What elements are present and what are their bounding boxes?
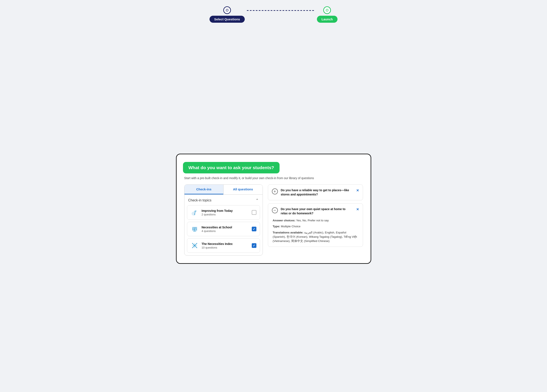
chevron-up-icon[interactable]: ⌃ — [256, 198, 259, 203]
left-panel: Check-ins All questions Check-in topics … — [184, 184, 263, 256]
subtitle: Start with a pre-built check-in and modi… — [184, 176, 363, 180]
checkin-count-necessities: 10 questions — [202, 246, 249, 249]
cross-icon — [191, 242, 199, 250]
tab-checkins[interactable]: Check-ins — [185, 185, 224, 194]
close-question-btn-1[interactable]: ✕ — [356, 189, 359, 192]
checkbox-school[interactable]: ✓ — [252, 227, 256, 231]
right-panel: + Do you have a reliable way to get to p… — [268, 184, 363, 256]
type-row: Type: Multiple Choice — [273, 224, 359, 229]
checkin-count-improving: 2 questions — [202, 213, 249, 216]
question-card-2: − Do you have your own quiet space at ho… — [268, 203, 363, 247]
close-question-btn-2[interactable]: ✕ — [356, 207, 359, 211]
tab-all-questions[interactable]: All questions — [223, 185, 263, 194]
checkin-title-improving: Improving from Today — [202, 209, 249, 212]
step1-label[interactable]: Select Questions — [210, 16, 245, 23]
answer-choices-row: Answer choices: Yes, No, Prefer not to s… — [273, 218, 359, 223]
checkin-item-improving[interactable]: Improving from Today 2 questions — [187, 205, 260, 220]
checkin-item-school[interactable]: Necessities at School 4 questions ✓ — [187, 222, 260, 236]
remove-question-btn[interactable]: − — [272, 207, 278, 213]
section-header: Check-in topics ⌃ — [185, 195, 263, 205]
checkbox-improving[interactable] — [252, 210, 256, 215]
section-title: Check-in topics — [188, 198, 212, 202]
checkin-info-school: Necessities at School 4 questions — [202, 226, 249, 233]
question-text-2: Do you have your own quiet space at home… — [281, 207, 353, 216]
checkin-info-improving: Improving from Today 2 questions — [202, 209, 249, 216]
checkin-title-school: Necessities at School — [202, 226, 249, 229]
question-details: Answer choices: Yes, No, Prefer not to s… — [272, 218, 359, 243]
checkin-title-necessities: The Necessities Index — [202, 242, 249, 246]
sprout-icon — [191, 209, 199, 216]
checkin-count-school: 4 questions — [202, 230, 249, 233]
answer-choices-value: Yes, No, Prefer not to say — [296, 219, 328, 222]
step-connector — [247, 10, 315, 11]
checkin-item-necessities[interactable]: The Necessities Index 10 questions ✓ — [187, 238, 260, 253]
checkin-info-necessities: The Necessities Index 10 questions — [202, 242, 249, 249]
translations-row: Translations available: العربية (Arabic)… — [273, 230, 359, 243]
main-card: What do you want to ask your students? S… — [176, 154, 371, 264]
school-icon — [191, 225, 199, 233]
step1-circle — [223, 6, 231, 14]
question-text-1: Do you have a reliable way to get to pla… — [281, 188, 353, 197]
svg-point-1 — [194, 214, 195, 215]
tabs-row: Check-ins All questions — [185, 185, 263, 195]
header-bubble: What do you want to ask your students? — [183, 162, 280, 173]
step2-label[interactable]: Launch — [317, 16, 337, 23]
checkbox-necessities[interactable]: ✓ — [252, 243, 256, 248]
type-value: Multiple Choice — [281, 225, 300, 228]
add-question-btn[interactable]: + — [272, 189, 278, 194]
step2-circle — [323, 6, 331, 14]
question-card-1: + Do you have a reliable way to get to p… — [268, 184, 363, 200]
